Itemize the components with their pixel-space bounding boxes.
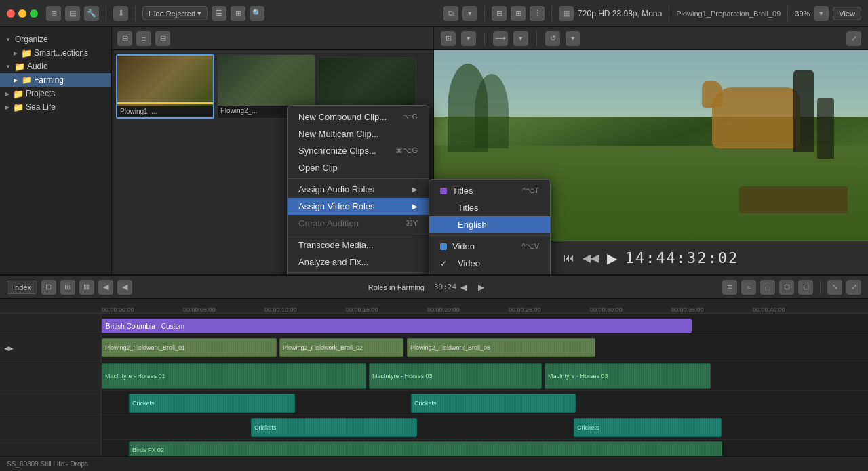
viewer-layout-icon[interactable]: ⊡ xyxy=(441,31,456,46)
layout2-icon[interactable]: ⊞ xyxy=(511,6,526,21)
cm-open-clip[interactable]: Open Clip xyxy=(288,159,429,176)
viewer-transform-icon[interactable]: ⟿ xyxy=(493,31,508,46)
cm-separator-2 xyxy=(288,234,429,234)
tl-collapse[interactable]: ◀ xyxy=(117,280,132,295)
cm-new-compound[interactable]: New Compound Clip... ⌥G xyxy=(288,108,429,125)
play-backward-button[interactable]: ◀◀ xyxy=(583,251,599,264)
zoom-in-icon[interactable]: ⤢ xyxy=(846,280,861,295)
cm-separator-1 xyxy=(288,178,429,179)
folder-blue-icon: 📁 xyxy=(14,102,23,112)
cm-item-label: Synchronize Clips... xyxy=(298,146,376,156)
clip-horses-03b[interactable]: MacIntyre - Horses 03 xyxy=(545,363,711,389)
browser-icon[interactable]: ▤ xyxy=(65,6,80,21)
separator xyxy=(484,31,485,46)
import-icon[interactable]: ⬇ xyxy=(113,6,128,21)
tl-view-icon[interactable]: ⊡ xyxy=(798,280,813,295)
cm-assign-audio-roles[interactable]: Assign Audio Roles ▶ xyxy=(288,181,429,198)
clip-thumb-1[interactable]: Plowing1_... xyxy=(116,54,214,119)
sidebar-item-projects[interactable]: ▶ 📁 Projects xyxy=(0,87,111,100)
clip-birds-fx[interactable]: Birds FX 02 xyxy=(129,441,722,456)
zoom-dropdown[interactable]: ▾ xyxy=(814,6,829,21)
go-to-start-button[interactable]: ⏮ xyxy=(564,252,574,264)
pip-icon[interactable]: ⧉ xyxy=(443,6,458,21)
sort-icon[interactable]: ⊞ xyxy=(117,31,132,46)
cm-synchronize[interactable]: Synchronize Clips... ⌘⌥G xyxy=(288,142,429,159)
tl-nav-prev[interactable]: ◀ xyxy=(460,283,474,292)
cm-item-label: Assign Video Roles xyxy=(298,201,375,211)
sidebar-item-audio[interactable]: ▼ 📁 Audio xyxy=(0,60,111,73)
play-button[interactable]: ▶ xyxy=(607,250,617,266)
sm-video-1[interactable]: Video ^⌥V xyxy=(429,238,550,255)
waveform-bg xyxy=(412,394,575,412)
roles-view-icon[interactable]: ⊟ xyxy=(779,280,794,295)
clip-british-columbia[interactable]: British Columbia - Custom xyxy=(102,319,692,333)
sm-titles-2[interactable]: Titles xyxy=(429,199,550,216)
clip-crickets-1a[interactable]: Crickets xyxy=(129,394,295,413)
list-view-icon[interactable]: ☰ xyxy=(212,6,226,21)
browser-panel: ⊞ ≡ ⊟ Plowing1_... Plowing2_... xyxy=(112,27,434,274)
inspector-icon[interactable]: 🔧 xyxy=(84,6,99,21)
tl-icon-3[interactable]: ⊠ xyxy=(79,280,94,295)
sidebar-item-farming[interactable]: ▶ 📁 Farming xyxy=(0,73,111,87)
clip-horses-03a[interactable]: MacIntyre - Horses 03 xyxy=(369,363,542,389)
grid-view-icon[interactable]: ⊞ xyxy=(231,6,245,21)
sidebar-item-smartcollections[interactable]: ▶ 📁 Smart...ections xyxy=(0,46,111,60)
track-control[interactable]: ◀▶ xyxy=(4,345,14,352)
separator-1 xyxy=(106,6,106,21)
resolution-icon[interactable]: ▦ xyxy=(559,6,574,21)
view-icon[interactable]: ⊟ xyxy=(155,31,170,46)
tl-icon-1[interactable]: ⊟ xyxy=(41,280,56,295)
cm-analyze[interactable]: Analyze and Fix... xyxy=(288,253,429,270)
library-icon[interactable]: ⊞ xyxy=(46,6,61,21)
layout-icon[interactable]: ⊟ xyxy=(492,6,507,21)
zoom-fit-icon[interactable]: ⤡ xyxy=(827,280,842,295)
cm-item-label: Assign Audio Roles xyxy=(298,184,374,194)
folder-icon: 📁 xyxy=(22,48,31,58)
cm-transcode[interactable]: Transcode Media... xyxy=(288,237,429,253)
clip-plowing-broll-01[interactable]: Plowing2_Fieldwork_Broll_01 xyxy=(102,338,277,357)
audio-meter-icon[interactable]: ≋ xyxy=(722,280,737,295)
waveform-icon[interactable]: ≈ xyxy=(741,280,756,295)
viewer-dropdown[interactable]: ▾ xyxy=(461,31,476,46)
sm-item-label: Titles xyxy=(452,186,473,196)
sidebar-item-sealife[interactable]: ▶ 📁 Sea Life xyxy=(0,100,111,114)
tl-icon-2[interactable]: ⊞ xyxy=(60,280,75,295)
cm-new-multicam[interactable]: New Multicam Clip... xyxy=(288,125,429,142)
tl-icon-4[interactable]: ◀ xyxy=(98,280,113,295)
viewer-retiming-icon[interactable]: ↺ xyxy=(545,31,560,46)
clip-crickets-2b[interactable]: Crickets xyxy=(574,418,722,437)
sm-shortcut: ^⌥V xyxy=(522,242,540,251)
viewer-fullscreen-icon[interactable]: ⤢ xyxy=(846,31,861,46)
sm-broll[interactable]: B-Roll xyxy=(429,272,550,274)
clip-appearance-icon[interactable]: ⋮ xyxy=(530,6,545,21)
clip-horses-01[interactable]: MacIntyre - Horses 01 xyxy=(102,363,366,389)
close-button[interactable] xyxy=(7,9,15,18)
track-row-crickets-2: Crickets Crickets xyxy=(0,415,868,440)
clip-crickets-2a[interactable]: Crickets xyxy=(251,418,417,437)
sm-video-2[interactable]: ✓ Video xyxy=(429,255,550,272)
search-icon[interactable]: 🔍 xyxy=(250,6,264,21)
cm-assign-video-roles[interactable]: Assign Video Roles ▶ xyxy=(288,198,429,215)
headphones-icon[interactable]: 🎧 xyxy=(760,280,775,295)
pip-dropdown[interactable]: ▾ xyxy=(462,6,477,21)
index-button[interactable]: Index xyxy=(7,281,37,294)
sm-english[interactable]: English xyxy=(429,216,550,233)
minimize-button[interactable] xyxy=(18,9,26,18)
clip-crickets-1b[interactable]: Crickets xyxy=(411,394,576,413)
viewer-transform-dropdown[interactable]: ▾ xyxy=(513,31,528,46)
browser-toolbar: ⊞ ≡ ⊟ xyxy=(112,27,433,50)
filter-icon[interactable]: ≡ xyxy=(136,31,151,46)
clip-plowing-broll-08[interactable]: Plowing2_Fieldwork_Broll_08 xyxy=(407,338,595,357)
clip-thumbnail xyxy=(218,55,315,106)
view-button[interactable]: View xyxy=(833,7,861,20)
viewer-retiming-dropdown[interactable]: ▾ xyxy=(566,31,580,46)
hide-rejected-button[interactable]: Hide Rejected ▾ xyxy=(142,6,208,20)
sm-titles-1[interactable]: Titles ^⌥T xyxy=(429,182,550,199)
sidebar-item-label: Sea Life xyxy=(26,102,56,112)
ruler-mark-7: 00:00:35:00 xyxy=(671,306,704,313)
tl-nav-next[interactable]: ▶ xyxy=(478,283,492,292)
clip-thumbnail xyxy=(319,58,416,108)
sidebar-item-organize[interactable]: ▼ Organize xyxy=(0,33,111,46)
clip-plowing-broll-02[interactable]: Plowing2_Fieldwork_Broll_02 xyxy=(279,338,403,357)
maximize-button[interactable] xyxy=(30,9,38,18)
